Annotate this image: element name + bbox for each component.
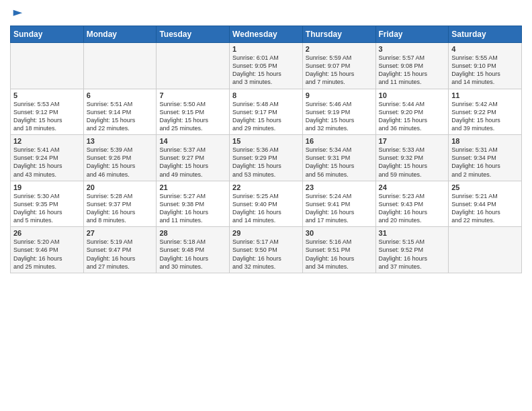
day-number: 9 (306, 91, 373, 99)
day-info: Sunrise: 5:39 AM Sunset: 9:26 PM Dayligh… (87, 146, 154, 179)
day-number: 3 (379, 45, 446, 53)
calendar-cell: 10Sunrise: 5:44 AM Sunset: 9:20 PM Dayli… (375, 89, 449, 135)
calendar-cell: 21Sunrise: 5:27 AM Sunset: 9:38 PM Dayli… (157, 181, 230, 227)
day-info: Sunrise: 5:27 AM Sunset: 9:38 PM Dayligh… (159, 192, 226, 225)
day-info: Sunrise: 5:37 AM Sunset: 9:27 PM Dayligh… (159, 146, 226, 179)
calendar-cell: 30Sunrise: 5:16 AM Sunset: 9:51 PM Dayli… (302, 227, 375, 273)
day-info: Sunrise: 5:19 AM Sunset: 9:47 PM Dayligh… (87, 238, 154, 271)
day-number: 16 (306, 137, 373, 145)
day-number: 26 (13, 229, 81, 237)
day-info: Sunrise: 5:51 AM Sunset: 9:14 PM Dayligh… (87, 100, 154, 133)
calendar-table: SundayMondayTuesdayWednesdayThursdayFrid… (10, 26, 522, 273)
calendar-cell: 2Sunrise: 5:59 AM Sunset: 9:07 PM Daylig… (302, 43, 375, 89)
day-info: Sunrise: 5:41 AM Sunset: 9:24 PM Dayligh… (13, 146, 81, 179)
day-number: 13 (87, 137, 154, 145)
day-info: Sunrise: 5:46 AM Sunset: 9:19 PM Dayligh… (306, 100, 373, 133)
calendar-cell: 15Sunrise: 5:36 AM Sunset: 9:29 PM Dayli… (230, 135, 303, 181)
logo (10, 7, 24, 20)
day-info: Sunrise: 5:57 AM Sunset: 9:08 PM Dayligh… (379, 54, 446, 87)
calendar-cell: 28Sunrise: 5:18 AM Sunset: 9:48 PM Dayli… (157, 227, 230, 273)
day-of-week-header: Tuesday (157, 26, 230, 43)
day-info: Sunrise: 5:25 AM Sunset: 9:40 PM Dayligh… (232, 192, 300, 225)
calendar-cell: 6Sunrise: 5:51 AM Sunset: 9:14 PM Daylig… (83, 89, 157, 135)
day-info: Sunrise: 5:36 AM Sunset: 9:29 PM Dayligh… (232, 146, 300, 179)
calendar-cell: 27Sunrise: 5:19 AM Sunset: 9:47 PM Dayli… (83, 227, 157, 273)
day-info: Sunrise: 5:48 AM Sunset: 9:17 PM Dayligh… (232, 100, 300, 133)
calendar-cell (449, 227, 522, 273)
day-number: 8 (232, 91, 300, 99)
day-info: Sunrise: 5:50 AM Sunset: 9:15 PM Dayligh… (159, 100, 226, 133)
calendar-cell: 31Sunrise: 5:15 AM Sunset: 9:52 PM Dayli… (375, 227, 449, 273)
calendar-cell: 7Sunrise: 5:50 AM Sunset: 9:15 PM Daylig… (157, 89, 230, 135)
day-number: 7 (159, 91, 226, 99)
day-info: Sunrise: 5:34 AM Sunset: 9:31 PM Dayligh… (306, 146, 373, 179)
day-number: 14 (159, 137, 226, 145)
day-of-week-header: Sunday (11, 26, 84, 43)
day-info: Sunrise: 5:44 AM Sunset: 9:20 PM Dayligh… (379, 100, 446, 133)
calendar-cell: 12Sunrise: 5:41 AM Sunset: 9:24 PM Dayli… (11, 135, 84, 181)
svg-marker-0 (13, 10, 23, 16)
calendar-cell: 3Sunrise: 5:57 AM Sunset: 9:08 PM Daylig… (375, 43, 449, 89)
day-number: 18 (451, 137, 519, 145)
day-of-week-header: Wednesday (230, 26, 303, 43)
calendar-cell: 9Sunrise: 5:46 AM Sunset: 9:19 PM Daylig… (302, 89, 375, 135)
calendar-cell: 11Sunrise: 5:42 AM Sunset: 9:22 PM Dayli… (449, 89, 522, 135)
day-info: Sunrise: 5:55 AM Sunset: 9:10 PM Dayligh… (451, 54, 519, 87)
day-number: 25 (451, 183, 519, 191)
calendar-cell (83, 43, 157, 89)
calendar-header-row: SundayMondayTuesdayWednesdayThursdayFrid… (11, 26, 522, 43)
day-number: 5 (13, 91, 81, 99)
day-number: 11 (451, 91, 519, 99)
day-number: 21 (159, 183, 226, 191)
day-number: 28 (159, 229, 226, 237)
page-header (10, 7, 522, 20)
calendar-cell: 8Sunrise: 5:48 AM Sunset: 9:17 PM Daylig… (230, 89, 303, 135)
day-info: Sunrise: 5:21 AM Sunset: 9:44 PM Dayligh… (451, 192, 519, 225)
day-number: 15 (232, 137, 300, 145)
calendar-cell: 23Sunrise: 5:24 AM Sunset: 9:41 PM Dayli… (302, 181, 375, 227)
calendar-cell: 5Sunrise: 5:53 AM Sunset: 9:12 PM Daylig… (11, 89, 84, 135)
day-info: Sunrise: 5:24 AM Sunset: 9:41 PM Dayligh… (306, 192, 373, 225)
calendar-cell: 19Sunrise: 5:30 AM Sunset: 9:35 PM Dayli… (11, 181, 84, 227)
calendar-cell: 4Sunrise: 5:55 AM Sunset: 9:10 PM Daylig… (449, 43, 522, 89)
calendar-cell: 29Sunrise: 5:17 AM Sunset: 9:50 PM Dayli… (230, 227, 303, 273)
day-info: Sunrise: 5:15 AM Sunset: 9:52 PM Dayligh… (379, 238, 446, 271)
calendar-cell: 17Sunrise: 5:33 AM Sunset: 9:32 PM Dayli… (375, 135, 449, 181)
day-of-week-header: Thursday (302, 26, 375, 43)
calendar-cell (157, 43, 230, 89)
day-number: 10 (379, 91, 446, 99)
day-number: 29 (232, 229, 300, 237)
calendar-cell: 20Sunrise: 5:28 AM Sunset: 9:37 PM Dayli… (83, 181, 157, 227)
calendar-cell: 18Sunrise: 5:31 AM Sunset: 9:34 PM Dayli… (449, 135, 522, 181)
calendar-cell: 26Sunrise: 5:20 AM Sunset: 9:46 PM Dayli… (11, 227, 84, 273)
calendar-cell: 25Sunrise: 5:21 AM Sunset: 9:44 PM Dayli… (449, 181, 522, 227)
day-number: 2 (306, 45, 373, 53)
day-number: 20 (87, 183, 154, 191)
day-number: 4 (451, 45, 519, 53)
day-info: Sunrise: 6:01 AM Sunset: 9:05 PM Dayligh… (232, 54, 300, 87)
day-number: 1 (232, 45, 300, 53)
day-of-week-header: Friday (375, 26, 449, 43)
calendar-week-row: 12Sunrise: 5:41 AM Sunset: 9:24 PM Dayli… (11, 135, 522, 181)
calendar-cell: 16Sunrise: 5:34 AM Sunset: 9:31 PM Dayli… (302, 135, 375, 181)
calendar-cell: 13Sunrise: 5:39 AM Sunset: 9:26 PM Dayli… (83, 135, 157, 181)
day-number: 30 (306, 229, 373, 237)
day-number: 31 (379, 229, 446, 237)
day-number: 6 (87, 91, 154, 99)
day-info: Sunrise: 5:53 AM Sunset: 9:12 PM Dayligh… (13, 100, 81, 133)
day-of-week-header: Monday (83, 26, 157, 43)
day-info: Sunrise: 5:31 AM Sunset: 9:34 PM Dayligh… (451, 146, 519, 179)
day-of-week-header: Saturday (449, 26, 522, 43)
day-info: Sunrise: 5:59 AM Sunset: 9:07 PM Dayligh… (306, 54, 373, 87)
day-number: 27 (87, 229, 154, 237)
day-info: Sunrise: 5:20 AM Sunset: 9:46 PM Dayligh… (13, 238, 81, 271)
calendar-week-row: 1Sunrise: 6:01 AM Sunset: 9:05 PM Daylig… (11, 43, 522, 89)
calendar-cell: 1Sunrise: 6:01 AM Sunset: 9:05 PM Daylig… (230, 43, 303, 89)
calendar-week-row: 5Sunrise: 5:53 AM Sunset: 9:12 PM Daylig… (11, 89, 522, 135)
calendar-cell: 14Sunrise: 5:37 AM Sunset: 9:27 PM Dayli… (157, 135, 230, 181)
day-number: 19 (13, 183, 81, 191)
day-number: 17 (379, 137, 446, 145)
day-info: Sunrise: 5:30 AM Sunset: 9:35 PM Dayligh… (13, 192, 81, 225)
calendar-cell: 22Sunrise: 5:25 AM Sunset: 9:40 PM Dayli… (230, 181, 303, 227)
calendar-week-row: 19Sunrise: 5:30 AM Sunset: 9:35 PM Dayli… (11, 181, 522, 227)
